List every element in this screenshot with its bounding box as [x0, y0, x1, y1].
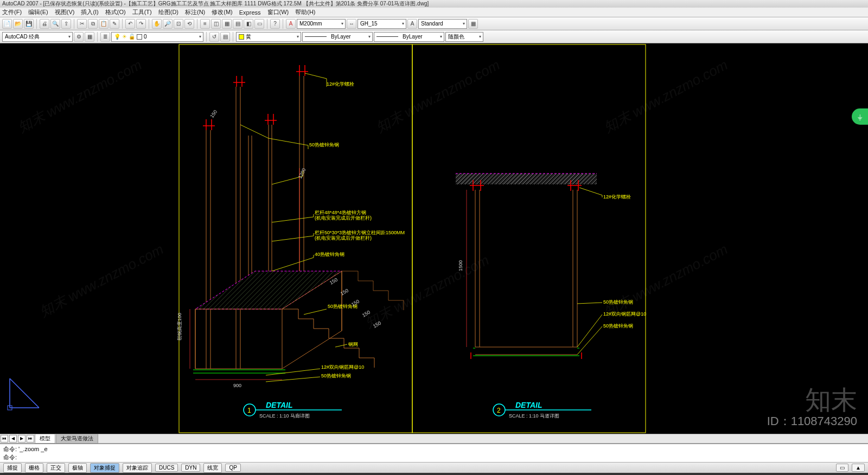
layer-mgr-icon[interactable]: ≣	[100, 32, 110, 42]
svg-rect-45	[456, 174, 597, 184]
lineweight-value: ByLayer	[403, 34, 423, 40]
menu-help[interactable]: 帮助(H)	[295, 8, 315, 16]
layer-states-icon[interactable]: ▤	[220, 32, 230, 42]
dimstyle-icon[interactable]: ↔	[347, 19, 356, 29]
command-line[interactable]: 命令: '_.zoom _e 命令:	[0, 444, 868, 462]
menu-modify[interactable]: 修改(M)	[212, 8, 233, 16]
table-style-icon[interactable]: ▦	[468, 19, 478, 29]
network-icon[interactable]: ⏚	[852, 108, 868, 125]
linetype-value: ByLayer	[331, 34, 351, 40]
drawing-svg: 12#化学螺栓 50热镀锌角钢 栏杆48*48*4热镀锌方钢(机电安装完成后开做…	[0, 43, 868, 434]
textstyle-icon[interactable]: A	[407, 19, 417, 29]
save-icon[interactable]: 💾	[24, 19, 34, 29]
anno-angle-50: 50热镀锌角钢	[309, 142, 339, 147]
cut-icon[interactable]: ✂	[77, 19, 87, 29]
textstyle-value: Standard	[421, 21, 443, 27]
workspace-value: AutoCAD 经典	[5, 33, 40, 41]
svg-marker-28	[195, 271, 342, 309]
menu-draw[interactable]: 绘图(D)	[158, 8, 178, 16]
color-combo[interactable]: 黄	[236, 32, 301, 42]
status-lwt[interactable]: 线宽	[203, 463, 222, 473]
layer-combo[interactable]: 💡 ☀ 🔓 0	[111, 32, 203, 42]
menu-insert[interactable]: 插入(I)	[81, 8, 98, 16]
status-polar[interactable]: 极轴	[68, 463, 87, 473]
status-qp[interactable]: QP	[225, 464, 240, 472]
status-ortho[interactable]: 正交	[47, 463, 65, 473]
tab-layout-1[interactable]: 大堂马道做法	[56, 434, 98, 444]
redo-icon[interactable]: ↷	[136, 19, 146, 29]
menu-tools[interactable]: 工具(T)	[132, 8, 152, 16]
workspace-combo[interactable]: AutoCAD 经典	[2, 32, 73, 42]
ws-settings-icon[interactable]: ⚙	[74, 32, 84, 42]
anno2-50b: 50热镀锌角钢	[603, 323, 633, 329]
menu-edit[interactable]: 编辑(E)	[28, 8, 48, 16]
separator	[36, 19, 37, 29]
help-icon[interactable]: ?	[270, 19, 280, 29]
detail1-title: DETAIL	[266, 401, 293, 409]
tab-first-icon[interactable]: ⏮	[1, 435, 8, 442]
menu-express[interactable]: Express	[239, 9, 261, 16]
undo-icon[interactable]: ↶	[125, 19, 135, 29]
separator	[74, 19, 74, 29]
status-model-button[interactable]: ▭	[836, 464, 848, 472]
status-snap[interactable]: 捕捉	[3, 463, 22, 473]
publish-icon[interactable]: ⇪	[61, 19, 71, 29]
layer-prev-icon[interactable]: ↺	[209, 32, 219, 42]
tab-last-icon[interactable]: ⏭	[27, 435, 34, 442]
linetype-combo[interactable]: ByLayer	[302, 32, 373, 42]
markup-icon[interactable]: ◧	[244, 19, 253, 29]
dim-icon[interactable]: A	[286, 19, 296, 29]
color-swatch	[239, 34, 244, 40]
dim-side-note: 朝钢高度100	[177, 313, 182, 341]
menu-dim[interactable]: 标注(N)	[185, 8, 205, 16]
svg-text:150: 150	[340, 288, 349, 297]
status-otrack[interactable]: 对象追踪	[123, 463, 152, 473]
sheetset-icon[interactable]: ▤	[233, 19, 242, 29]
anno-bolt-1: 12#化学螺栓	[327, 81, 354, 87]
plotstyle-combo[interactable]: 随颜色	[445, 32, 483, 42]
tool-palette-icon[interactable]: ▦	[222, 19, 232, 29]
open-icon[interactable]: 📂	[13, 19, 23, 29]
status-annotate-icon[interactable]: ▲	[852, 464, 865, 472]
copy-icon[interactable]: ⧉	[88, 19, 98, 29]
status-osnap[interactable]: 对象捕捉	[90, 463, 119, 473]
drawing-canvas[interactable]: 知末 www.znzmo.com 知末 www.znzmo.com 知末 www…	[0, 43, 868, 434]
lineweight-preview	[376, 36, 398, 37]
anno-rail-48: 栏杆48*48*4热镀锌方钢(机电安装完成后开做栏杆)	[314, 210, 372, 221]
status-ducs[interactable]: DUCS	[155, 464, 178, 472]
menu-format[interactable]: 格式(O)	[105, 8, 126, 16]
props-icon[interactable]: ≡	[200, 19, 210, 29]
pan-icon[interactable]: ✋	[152, 19, 162, 29]
status-grid[interactable]: 栅格	[25, 463, 43, 473]
dim-900: 900	[233, 383, 241, 388]
menu-file[interactable]: 文件(F)	[2, 8, 22, 16]
paste-icon[interactable]: 📋	[99, 19, 108, 29]
tab-model[interactable]: 模型	[35, 434, 55, 444]
menu-window[interactable]: 窗口(W)	[267, 8, 289, 16]
menu-view[interactable]: 视图(V)	[55, 8, 75, 16]
dimstyle-combo[interactable]: GH_15	[358, 19, 406, 29]
design-center-icon[interactable]: ◫	[211, 19, 221, 29]
tab-prev-icon[interactable]: ◀	[9, 435, 17, 442]
match-icon[interactable]: ✎	[110, 19, 119, 29]
print-icon[interactable]: 🖨	[40, 19, 49, 29]
ws-save-icon[interactable]: ▦	[85, 32, 94, 42]
svg-text:150: 150	[372, 320, 382, 329]
new-icon[interactable]: 📄	[2, 19, 12, 29]
tab-next-icon[interactable]: ▶	[18, 435, 25, 442]
lineweight-combo[interactable]: ByLayer	[374, 32, 444, 42]
annoscale-combo[interactable]: M200mm	[297, 19, 346, 29]
calc-icon[interactable]: ▭	[254, 19, 264, 29]
svg-rect-3	[179, 44, 412, 433]
preview-icon[interactable]: 🔍	[50, 19, 60, 29]
textstyle-combo[interactable]: Standard	[418, 19, 467, 29]
zoom-rt-icon[interactable]: 🔎	[163, 19, 173, 29]
layer-value: 0	[144, 34, 147, 40]
cmd-prompt[interactable]: 命令:	[3, 453, 865, 461]
layout-tabs: ⏮ ◀ ▶ ⏭ 模型 大堂马道做法	[0, 434, 868, 444]
svg-text:150: 150	[350, 299, 360, 307]
anno-rail-50: 栏杆50*30*3热镀锌方钢立柱间距1500MM(机电安装完成后开做栏杆)	[314, 230, 405, 241]
status-dyn[interactable]: DYN	[181, 464, 200, 472]
zoom-prev-icon[interactable]: ⟲	[184, 19, 194, 29]
zoom-win-icon[interactable]: ⊡	[174, 19, 183, 29]
